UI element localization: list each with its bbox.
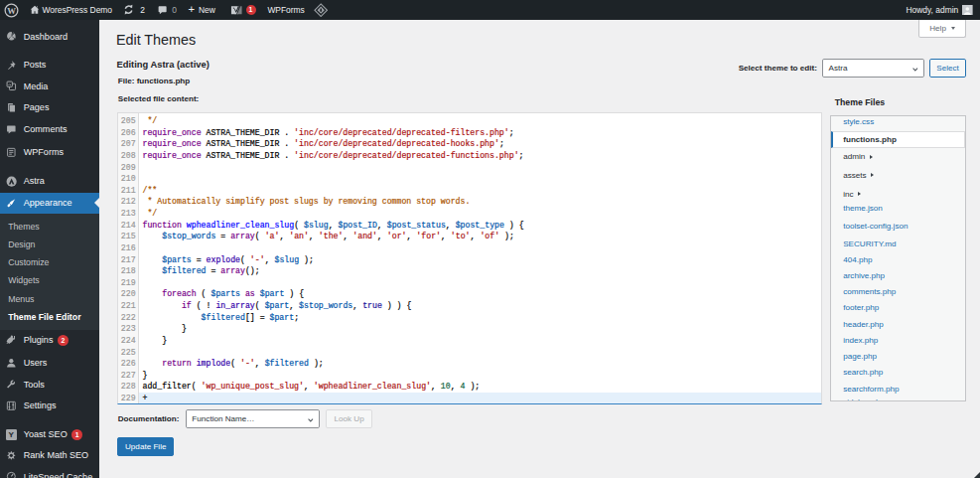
- svg-text:W: W: [8, 5, 17, 15]
